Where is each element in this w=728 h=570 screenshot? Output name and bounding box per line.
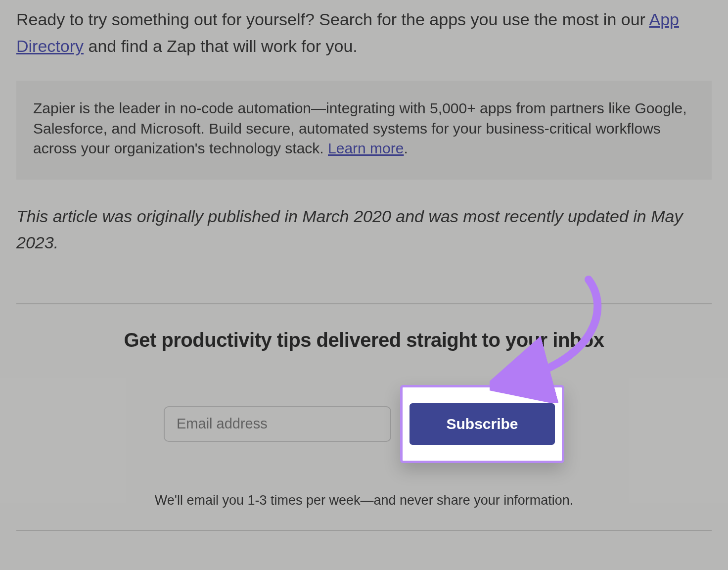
info-callout: Zapier is the leader in no-code automati… (16, 81, 712, 180)
callout-body-after: . (404, 140, 408, 156)
signup-form-row: Subscribe (16, 385, 712, 463)
signup-disclaimer: We'll email you 1-3 times per week—and n… (16, 493, 712, 508)
email-input[interactable] (164, 406, 391, 442)
newsletter-signup: Get productivity tips delivered straight… (16, 304, 712, 530)
intro-text-after: and find a Zap that will work for you. (84, 37, 358, 55)
subscribe-highlight-box: Subscribe (400, 385, 564, 463)
signup-heading: Get productivity tips delivered straight… (16, 329, 712, 351)
divider-bottom (16, 530, 712, 531)
article-body: Ready to try something out for yourself?… (0, 0, 728, 531)
learn-more-link[interactable]: Learn more (328, 140, 404, 156)
intro-paragraph: Ready to try something out for yourself?… (16, 6, 712, 60)
article-meta-note: This article was originally published in… (16, 203, 712, 255)
subscribe-button[interactable]: Subscribe (410, 403, 555, 445)
intro-text-before: Ready to try something out for yourself?… (16, 10, 649, 29)
